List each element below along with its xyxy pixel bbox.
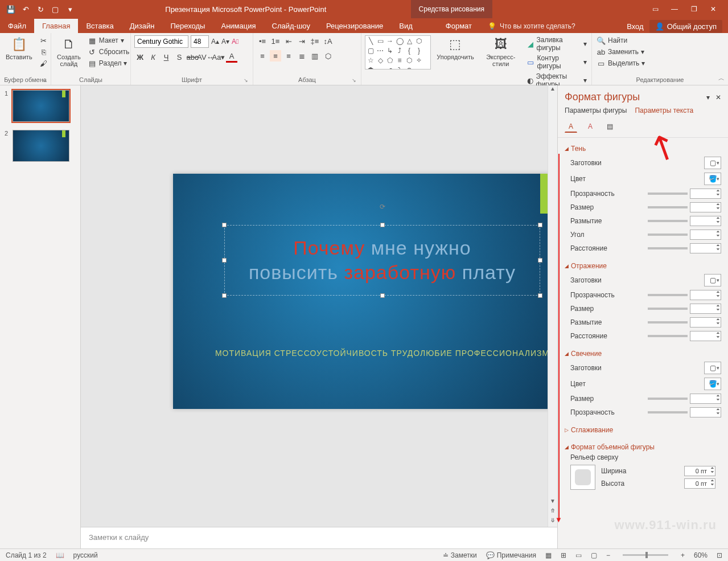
pane-options-icon[interactable]: ▾ [706, 93, 710, 101]
paste-button[interactable]: 📋 Вставить [3, 35, 35, 62]
qat-customize-icon[interactable]: ▾ [65, 4, 75, 14]
shadow-section-header[interactable]: ◢Тень [565, 142, 721, 155]
slide-canvas[interactable]: ⟳ Почему мне нужно повысить заработную п… [173, 174, 557, 409]
collapse-ribbon-icon[interactable]: ︿ [718, 74, 725, 83]
shape-oval-icon[interactable]: ◯ [396, 37, 404, 45]
reflection-distance-input[interactable] [690, 331, 721, 341]
tab-view[interactable]: Вид [391, 19, 421, 33]
resize-handle[interactable] [222, 293, 227, 298]
reflection-presets-combo[interactable]: ▢ [704, 274, 721, 286]
textbox-icon[interactable]: ▤ [603, 120, 616, 133]
save-icon[interactable]: 💾 [6, 4, 16, 14]
slide-thumbnail-2[interactable] [13, 130, 69, 162]
shape-fill-button[interactable]: ◢Заливка фигуры ▾ [525, 35, 588, 52]
bevel-width-input[interactable]: 0 пт [684, 466, 715, 476]
bevel-preset-combo[interactable] [570, 465, 595, 490]
redo-icon[interactable]: ↻ [35, 4, 46, 14]
tab-slideshow[interactable]: Слайд-шоу [264, 19, 318, 33]
tab-insert[interactable]: Вставка [78, 19, 121, 33]
copy-button[interactable]: ⎘ [38, 47, 50, 57]
shadow-angle-slider[interactable] [648, 234, 688, 236]
shadow-size-slider[interactable] [648, 206, 688, 208]
shadow-blur-input[interactable] [690, 216, 721, 226]
italic-button[interactable]: К [147, 51, 159, 63]
resize-handle[interactable] [538, 258, 542, 263]
zoom-out-button[interactable]: − [606, 551, 610, 559]
notes-toggle[interactable]: ≐ Заметки [443, 551, 477, 559]
justify-button[interactable]: ≣ [296, 50, 307, 62]
shadow-distance-slider[interactable] [648, 247, 688, 249]
close-pane-icon[interactable]: ✕ [715, 93, 721, 101]
shadow-transparency-slider[interactable] [648, 193, 688, 195]
tab-design[interactable]: Дизайн [122, 19, 163, 33]
resize-handle[interactable] [538, 223, 542, 227]
ribbon-options-icon[interactable]: ▭ [651, 5, 660, 13]
decrease-font-icon[interactable]: A▾ [221, 38, 229, 46]
bold-button[interactable]: Ж [134, 51, 146, 63]
resize-handle[interactable] [380, 223, 385, 227]
zoom-slider[interactable] [623, 554, 668, 556]
tab-file[interactable]: Файл [0, 19, 34, 33]
spell-check-icon[interactable]: 📖 [56, 551, 64, 559]
align-left-button[interactable]: ≡ [257, 50, 268, 62]
reflection-section-header[interactable]: ◢Отражение [565, 260, 721, 272]
shadow-size-input[interactable] [690, 202, 721, 212]
text-fill-outline-icon[interactable]: A [565, 120, 577, 133]
format-painter-button[interactable]: 🖌 [38, 58, 50, 68]
shape-options-tab[interactable]: Параметры фигуры [565, 107, 627, 114]
close-icon[interactable]: ✕ [709, 5, 718, 13]
start-from-beginning-icon[interactable]: ▢ [50, 4, 60, 14]
new-slide-button[interactable]: 🗋 Создать слайд [55, 35, 83, 68]
bevel-height-input[interactable]: 0 пт [684, 478, 715, 489]
strikethrough-button[interactable]: abc [187, 51, 198, 63]
undo-icon[interactable]: ↶ [20, 4, 31, 14]
arrange-button[interactable]: ⬚Упорядочить [434, 35, 476, 62]
cut-button[interactable]: ✂ [38, 35, 50, 46]
shape-arrow-icon[interactable]: → [386, 37, 394, 45]
next-slide-icon[interactable]: ⤋ [548, 517, 557, 527]
shape-line-icon[interactable]: ╲ [367, 37, 375, 45]
shape-rect-icon[interactable]: ▭ [376, 37, 384, 45]
tell-me-search[interactable]: 💡 Что вы хотите сделать? [480, 19, 627, 33]
change-case-button[interactable]: Aa▾ [213, 51, 224, 63]
maximize-icon[interactable]: ❐ [689, 5, 698, 13]
shape-hex-icon[interactable]: ⬡ [415, 37, 423, 45]
subtitle-text[interactable]: МОТИВАЦИЯ СТРЕССОУСТОЙЧИВОСТЬ ТРУДОЛЮБИЕ… [173, 349, 557, 358]
tab-format[interactable]: Формат [438, 19, 480, 33]
shadow-angle-input[interactable] [690, 230, 721, 240]
bullets-button[interactable]: •≡ [257, 35, 268, 47]
slideshow-view-icon[interactable]: ▢ [591, 551, 597, 559]
shadow-transparency-input[interactable] [690, 189, 721, 199]
notes-pane[interactable]: Заметки к слайду [81, 527, 557, 548]
reflection-transparency-input[interactable] [690, 290, 721, 300]
glow-color-combo[interactable]: 🪣 [704, 378, 721, 390]
shape-outline-button[interactable]: ▭Контур фигуры ▾ [525, 54, 588, 71]
clear-formatting-icon[interactable]: A⃠ [232, 38, 238, 46]
convert-smartart-button[interactable]: ⬡ [322, 50, 334, 62]
shadow-color-combo[interactable]: 🪣 [704, 173, 721, 185]
reflection-size-input[interactable] [690, 304, 721, 314]
shadow-presets-combo[interactable]: ▢ [704, 157, 721, 169]
glow-transparency-slider[interactable] [648, 411, 688, 413]
glow-size-input[interactable] [690, 394, 721, 404]
layout-button[interactable]: ▦Макет ▾ [87, 35, 130, 46]
select-button[interactable]: ▭Выделить ▾ [595, 58, 725, 68]
shadow-blur-slider[interactable] [648, 220, 688, 222]
prev-slide-icon[interactable]: ⤊ [548, 507, 557, 517]
minimize-icon[interactable]: — [670, 5, 679, 13]
launcher-icon[interactable]: ↘ [244, 77, 248, 83]
increase-font-icon[interactable]: A▴ [211, 38, 219, 46]
slide-thumbnail-1[interactable] [13, 90, 69, 122]
glow-presets-combo[interactable]: ▢ [704, 362, 721, 374]
font-name-input[interactable] [134, 35, 188, 48]
shapes-gallery[interactable]: ╲▭→◯△⬡▢⋯ ↳⤴{}☆◇⬠≡ ⬡✧⬢▱↗⤵⊕⋯ [365, 35, 431, 69]
vertical-scrollbar[interactable]: ▲ ▼ ⤊ ⤋ [548, 85, 557, 527]
soft-edges-section-header[interactable]: ▷Сглаживание [565, 424, 721, 436]
title-textbox[interactable]: ⟳ Почему мне нужно повысить заработную п… [224, 225, 540, 296]
decrease-indent-button[interactable]: ⇤ [283, 35, 294, 47]
reflection-blur-slider[interactable] [648, 321, 688, 324]
comments-toggle[interactable]: 💬 Примечания [486, 551, 536, 559]
launcher-icon[interactable]: ↘ [42, 77, 46, 83]
3d-format-section-header[interactable]: ◢Формат объемной фигуры [565, 441, 721, 453]
launcher-icon[interactable]: ↘ [352, 77, 356, 83]
